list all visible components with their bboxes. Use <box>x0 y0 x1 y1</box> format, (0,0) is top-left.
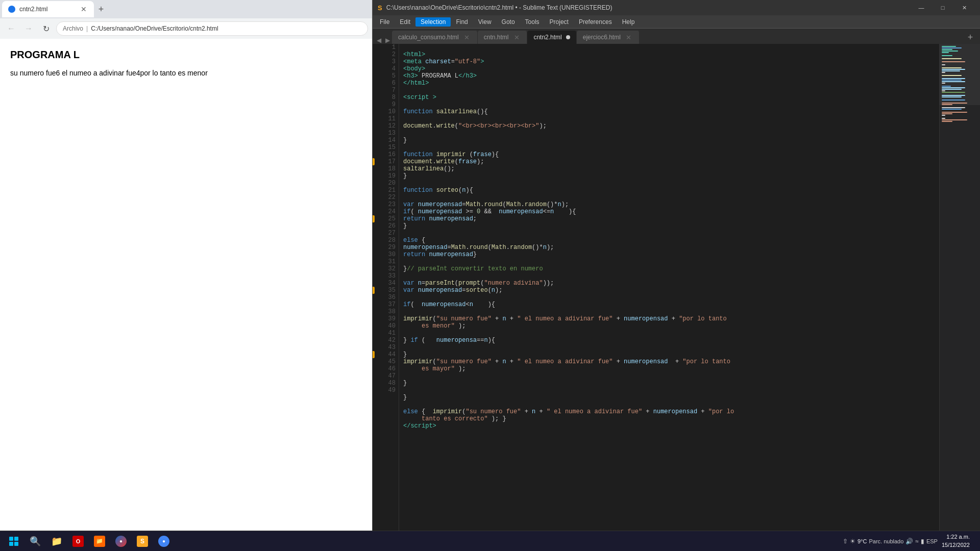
tab-nav-left[interactable]: ◀ <box>375 37 383 44</box>
sublime-window-title: C:\Users\nanao\OneDrive\Escritorio\cntn2… <box>386 4 612 11</box>
weather-icon: ☀ <box>850 538 855 545</box>
minimap-scroll-indicator <box>940 44 980 105</box>
app-icon-browser: ● <box>115 536 127 547</box>
menu-find[interactable]: Find <box>451 17 473 27</box>
app-icon-orange: 📁 <box>94 536 105 547</box>
gutter-mark-line24 <box>373 215 375 222</box>
menu-goto[interactable]: Goto <box>497 17 520 27</box>
new-tab-button[interactable]: + <box>94 2 108 16</box>
line-numbers: 1234 5678 9101112 13141516 17181920 2122… <box>378 44 399 540</box>
tab-label: calculo_consumo.html <box>398 34 459 41</box>
tab-cntn[interactable]: cntn.html ✕ <box>478 31 528 44</box>
gutter-mark-line17 <box>373 158 375 165</box>
search-icon: 🔍 <box>30 536 41 547</box>
sublime-menu-bar: File Edit Selection Find View Goto Tools… <box>373 15 980 29</box>
sound-icon: 🔊 <box>905 538 913 545</box>
forward-button[interactable]: → <box>21 21 36 36</box>
clock-date: 15/12/2022 <box>942 541 970 549</box>
system-icons: ⇧ ☀ 9°C Parc. nublado 🔊 ≈ ▮ ESP <box>843 538 938 545</box>
clock-time: 1:22 a.m. <box>942 533 970 541</box>
editor-area: 1234 5678 9101112 13141516 17181920 2122… <box>373 44 980 540</box>
file-explorer-button[interactable]: 📁 <box>47 532 66 551</box>
gutter-mark-line34 <box>373 287 375 294</box>
browser-tab-bar: cntn2.html ✕ + <box>0 0 372 18</box>
gutter-mark-line43 <box>373 351 375 358</box>
browser-tab[interactable]: cntn2.html ✕ <box>2 1 94 17</box>
add-tab-button[interactable]: + <box>963 31 978 44</box>
folder-icon: 📁 <box>51 536 62 547</box>
taskbar: 🔍 📁 O 📁 ● S ● ⇧ ☀ 9°C Parc. nubl <box>0 531 980 551</box>
lang-label: ESP <box>926 538 938 544</box>
editor-pane: S C:\Users\nanao\OneDrive\Escritorio\cnt… <box>373 0 980 551</box>
close-tab-icon[interactable]: ✕ <box>463 33 471 41</box>
close-button[interactable]: ✕ <box>953 0 975 15</box>
back-button[interactable]: ← <box>4 21 18 36</box>
sublime-titlebar: S C:\Users\nanao\OneDrive\Escritorio\cnt… <box>373 0 980 15</box>
browser-nav-bar: ← → ↻ Archivo | C:/Users/nanao/OneDrive/… <box>0 18 372 39</box>
system-tray: ⇧ ☀ 9°C Parc. nublado 🔊 ≈ ▮ ESP 1:22 a.m… <box>843 533 976 549</box>
app-icon-2[interactable]: 📁 <box>90 532 109 551</box>
menu-help[interactable]: Help <box>617 17 640 27</box>
address-path: C:/Users/nanao/OneDrive/Escritorio/cntn2… <box>91 25 218 32</box>
page-title: PROGRAMA L <box>10 49 362 61</box>
network-icon: ⇧ <box>843 538 848 545</box>
temperature: 9°C <box>857 538 867 544</box>
tab-label: ejercioc6.html <box>583 34 621 41</box>
browser-tab-icon <box>8 6 15 13</box>
tab-label: cntn2.html <box>533 34 561 41</box>
tab-calculo-consumo[interactable]: calculo_consumo.html ✕ <box>392 31 478 44</box>
modified-indicator <box>566 35 570 39</box>
tab-nav-right[interactable]: ▶ <box>383 37 392 44</box>
address-protocol: Archivo <box>63 25 83 32</box>
window-controls: — □ ✕ <box>911 0 975 15</box>
address-bar[interactable]: Archivo | C:/Users/nanao/OneDrive/Escrit… <box>56 21 368 36</box>
app-icon-4[interactable]: S <box>133 532 152 551</box>
close-tab-icon[interactable]: ✕ <box>512 33 521 41</box>
close-browser-tab-icon[interactable]: ✕ <box>80 5 88 13</box>
menu-preferences[interactable]: Preferences <box>574 17 617 27</box>
page-output: su numero fue6 el numeo a adivinar fue4p… <box>10 69 362 77</box>
close-tab-icon[interactable]: ✕ <box>625 33 633 41</box>
editor-tab-bar: ◀ ▶ calculo_consumo.html ✕ cntn.html ✕ c… <box>373 29 980 44</box>
wifi-icon: ≈ <box>915 538 919 545</box>
code-editor[interactable]: <html> <meta charset="utf-8"> <body> <h3… <box>399 44 939 540</box>
app-icon-3[interactable]: ● <box>111 532 131 551</box>
menu-file[interactable]: File <box>375 17 395 27</box>
menu-tools[interactable]: Tools <box>520 17 545 27</box>
menu-selection[interactable]: Selection <box>415 17 451 27</box>
menu-edit[interactable]: Edit <box>395 17 415 27</box>
battery-icon: ▮ <box>921 538 924 545</box>
menu-view[interactable]: View <box>473 17 497 27</box>
app-icon-red: O <box>72 536 84 547</box>
browser-pane: cntn2.html ✕ + ← → ↻ Archivo | C:/Users/… <box>0 0 373 551</box>
reload-button[interactable]: ↻ <box>39 21 53 36</box>
app-icon-5[interactable]: ● <box>154 532 174 551</box>
browser-content: PROGRAMA L su numero fue6 el numeo a adi… <box>0 39 372 551</box>
chrome-icon: ● <box>158 536 169 547</box>
gutter-markers <box>373 44 378 540</box>
menu-project[interactable]: Project <box>545 17 574 27</box>
windows-icon <box>9 537 18 546</box>
search-taskbar-button[interactable]: 🔍 <box>26 532 45 551</box>
tab-cntn2[interactable]: cntn2.html <box>527 31 576 44</box>
sublime-taskbar-icon: S <box>137 536 148 547</box>
weather-label: Parc. nublado <box>869 538 903 544</box>
browser-tab-label: cntn2.html <box>19 6 47 13</box>
tab-label: cntn.html <box>484 34 509 41</box>
app-icon-1[interactable]: O <box>68 532 88 551</box>
tab-ejercioc6[interactable]: ejercioc6.html ✕ <box>577 31 640 44</box>
minimize-button[interactable]: — <box>911 0 932 15</box>
minimap[interactable] <box>939 44 980 540</box>
sublime-logo: S <box>378 4 382 12</box>
maximize-button[interactable]: □ <box>932 0 953 15</box>
taskbar-clock: 1:22 a.m. 15/12/2022 <box>942 533 970 549</box>
start-button[interactable] <box>4 532 23 551</box>
